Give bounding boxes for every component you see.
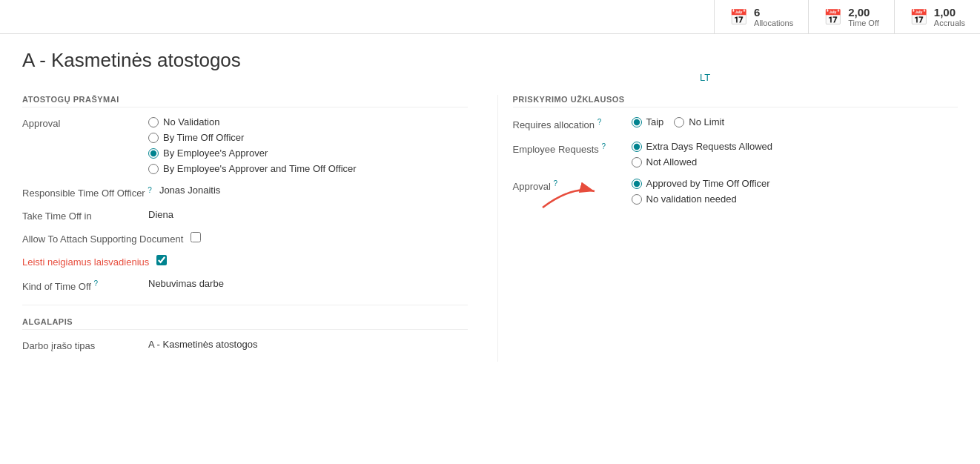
take-time-off-label: Take Time Off in [22,209,141,222]
attach-checkbox[interactable] [191,232,201,242]
accruals-label: Accruals [934,19,965,27]
taip-radio[interactable] [632,117,642,127]
requires-allocation-field: Requires allocation ? Taip No Limit [513,116,959,130]
taip-label: Taip [646,116,664,127]
by-employee-approver-officer-radio[interactable] [148,164,159,174]
accruals-icon: 📅 [910,8,928,26]
algalapis-title: ALGALAPIS [22,317,468,330]
negative-label: Leisti neigiamus laisvadienius [22,255,149,268]
no-validation-label: No Validation [163,116,219,127]
negative-field: Leisti neigiamus laisvadienius [22,255,468,268]
negative-checkbox-container[interactable] [156,255,167,268]
timeoff-button[interactable]: 📅 2,00 Time Off [808,0,894,33]
right-approval-radio-group: Approved by Time Off Officer No validati… [632,178,770,205]
take-time-off-value: Diena [148,209,173,220]
right-approval-label: Approval ? [513,178,624,192]
no-limit-label: No Limit [689,116,724,127]
allocations-label: Allocations [754,19,793,27]
responsible-field: Responsible Time Off Officer ? Jonas Jon… [22,185,468,199]
allocations-button[interactable]: 📅 6 Allocations [714,0,808,33]
requires-allocation-label: Requires allocation ? [513,116,624,130]
by-time-off-officer-option[interactable]: By Time Off Officer [148,132,357,143]
no-validation-option[interactable]: No Validation [148,116,357,127]
responsible-label: Responsible Time Off Officer ? [22,185,152,199]
darbo-field: Darbo įrašo tipas A - Kasmetinės atostog… [22,339,468,351]
timeoff-count: 2,00 [848,6,879,19]
no-validation-needed-radio[interactable] [632,194,642,205]
right-section-title: PRISKYRIMO UŽKLAUSOS [513,95,959,107]
no-validation-needed-label: No validation needed [646,193,737,205]
no-validation-radio[interactable] [148,117,159,127]
timeoff-label: Time Off [848,19,879,27]
take-time-off-field: Take Time Off in Diena [22,209,468,222]
extra-days-label: Extra Days Requests Allowed [646,141,773,152]
by-time-off-officer-radio[interactable] [148,133,159,143]
left-section: ATOSTOGŲ PRAŠYMAI Approval No Validation… [22,95,468,362]
darbo-label: Darbo įrašo tipas [22,339,141,351]
requires-radio-group: Taip No Limit [632,116,725,127]
approval-field: Approval No Validation By Time Off Offic… [22,116,468,174]
by-employee-approver-label: By Employee's Approver [163,148,268,159]
approved-by-officer-radio[interactable] [632,179,642,189]
extra-days-option[interactable]: Extra Days Requests Allowed [632,141,773,152]
approved-by-officer-option[interactable]: Approved by Time Off Officer [632,178,770,189]
attach-field: Allow To Attach Supporting Document [22,232,468,245]
left-section-title: ATOSTOGŲ PRAŠYMAI [22,95,468,107]
allocations-icon: 📅 [729,8,748,26]
by-employee-approver-officer-option[interactable]: By Employee's Approver and Time Off Offi… [148,163,357,174]
kind-label: Kind of Time Off ? [22,278,141,292]
timeoff-icon: 📅 [824,8,842,26]
lang-link[interactable]: LT [452,72,958,83]
by-time-off-officer-label: By Time Off Officer [163,132,244,143]
approved-by-officer-label: Approved by Time Off Officer [646,178,770,189]
kind-field: Kind of Time Off ? Nebuvimas darbe [22,278,468,292]
taip-option[interactable]: Taip [632,116,664,127]
kind-value: Nebuvimas darbe [148,278,224,289]
attach-label: Allow To Attach Supporting Document [22,232,183,245]
allocations-count: 6 [754,6,793,19]
not-allowed-radio[interactable] [632,157,642,168]
employee-requests-label: Employee Requests ? [513,141,624,155]
top-bar: 📅 6 Allocations 📅 2,00 Time Off 📅 1,00 A… [0,0,980,34]
darbo-value: A - Kasmetinės atostogos [148,339,257,350]
accruals-count: 1,00 [934,6,965,19]
no-validation-needed-option[interactable]: No validation needed [632,193,770,205]
negative-checkbox[interactable] [156,255,167,265]
no-limit-option[interactable]: No Limit [674,116,724,127]
not-allowed-label: Not Allowed [646,156,698,168]
page-title: A - Kasmetinės atostogos [22,49,958,72]
main-content: A - Kasmetinės atostogos LT ATOSTOGŲ PRA… [0,34,980,377]
by-employee-approver-radio[interactable] [148,148,159,159]
no-limit-radio[interactable] [674,117,684,127]
employee-radio-group: Extra Days Requests Allowed Not Allowed [632,141,773,168]
section-divider [22,305,468,305]
extra-days-radio[interactable] [632,142,642,152]
by-employee-approver-option[interactable]: By Employee's Approver [148,148,357,159]
form-section: ATOSTOGŲ PRAŠYMAI Approval No Validation… [22,95,958,362]
right-section: PRISKYRIMO UŽKLAUSOS Requires allocation… [497,95,959,362]
not-allowed-option[interactable]: Not Allowed [632,156,773,168]
right-approval-field: Approval ? Appro [513,178,959,205]
approval-radio-group: No Validation By Time Off Officer By Emp… [148,116,357,174]
by-employee-approver-officer-label: By Employee's Approver and Time Off Offi… [163,163,357,174]
employee-requests-field: Employee Requests ? Extra Days Requests … [513,141,959,168]
attach-checkbox-container[interactable] [191,232,201,245]
approval-label: Approval [22,116,141,129]
accruals-button[interactable]: 📅 1,00 Accruals [894,0,980,33]
responsible-value: Jonas Jonaitis [159,185,220,196]
